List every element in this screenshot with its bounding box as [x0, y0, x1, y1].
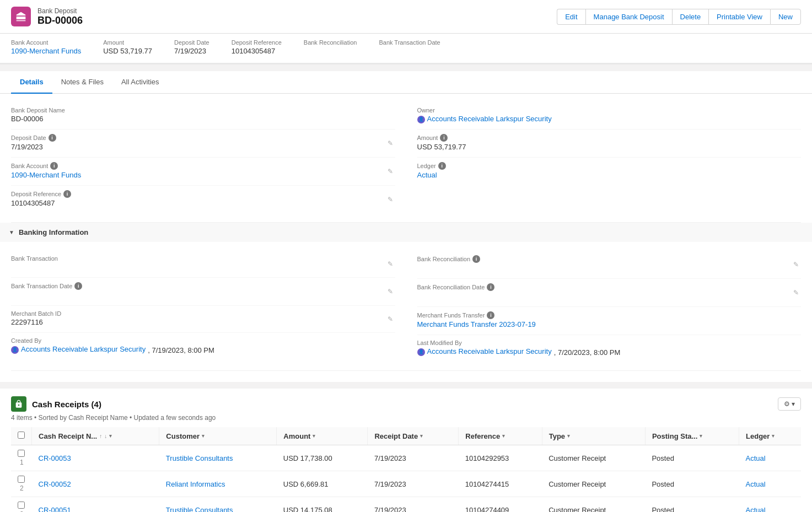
- deposit-date-edit-icon[interactable]: ✎: [388, 139, 393, 147]
- owner-value[interactable]: Accounts Receivable Larkspur Security: [427, 115, 552, 125]
- row-customer[interactable]: Trustible Consultants: [159, 497, 277, 513]
- col-header-cash-receipt-label: Cash Receipt N...: [39, 432, 97, 440]
- printable-view-button[interactable]: Printable View: [708, 9, 770, 25]
- deposit-date-label: Deposit Date i: [11, 134, 395, 142]
- row-reference: 10104274415: [459, 471, 542, 497]
- bank-reconciliation-edit-icon[interactable]: ✎: [793, 261, 799, 268]
- col-header-receipt-date-chevron[interactable]: ▾: [420, 433, 423, 439]
- row-checkbox[interactable]: [18, 450, 25, 457]
- bank-transaction-date-edit-icon[interactable]: ✎: [388, 288, 393, 295]
- record-id: BD-00006: [37, 15, 83, 26]
- col-header-cash-receipt[interactable]: Cash Receipt N... ↑ ↓ ▾: [32, 427, 159, 445]
- col-header-cash-receipt-sort-asc[interactable]: ↑: [99, 433, 102, 439]
- deposit-date-info-icon[interactable]: i: [49, 134, 56, 142]
- tab-all-activities[interactable]: All Activities: [112, 71, 168, 94]
- bank-reconciliation-value: [417, 264, 802, 274]
- receipts-title: Cash Receipts (4): [11, 396, 101, 412]
- deposit-reference-value: 10104305487: [232, 47, 282, 55]
- tab-notes-files[interactable]: Notes & Files: [52, 71, 112, 94]
- bank-reconciliation-date-edit-icon[interactable]: ✎: [793, 289, 799, 297]
- receipts-settings-button[interactable]: ⚙ ▾: [778, 397, 801, 411]
- bank-transaction-value: [11, 263, 395, 273]
- merchant-funds-transfer-info-icon[interactable]: i: [487, 311, 494, 319]
- row-ledger[interactable]: Actual: [739, 445, 801, 471]
- created-by-value[interactable]: Accounts Receivable Larkspur Security: [21, 345, 146, 355]
- ledger-value[interactable]: Actual: [417, 171, 802, 181]
- col-header-type-chevron[interactable]: ▾: [567, 433, 570, 439]
- row-checkbox[interactable]: [18, 502, 25, 509]
- col-header-amount[interactable]: Amount ▾: [277, 427, 368, 445]
- row-reference: 10104274409: [459, 497, 542, 513]
- col-header-ledger-chevron[interactable]: ▾: [772, 433, 775, 439]
- row-checkbox[interactable]: [18, 476, 25, 483]
- col-header-reference-chevron[interactable]: ▾: [502, 433, 505, 439]
- ledger-info-icon[interactable]: i: [438, 162, 446, 170]
- bank-transaction-date-info-icon[interactable]: i: [74, 282, 82, 290]
- field-amount: Amount i USD 53,719.77: [417, 130, 802, 158]
- field-bank-transaction-date: Bank Transaction Date i ✎: [11, 278, 395, 306]
- row-posting-status: Posted: [645, 445, 739, 471]
- col-header-reference[interactable]: Reference ▾: [459, 427, 542, 445]
- last-modified-by-avatar-icon: 👤: [417, 348, 425, 356]
- deposit-date-value: 7/19/2023: [11, 143, 395, 153]
- row-number: 2: [20, 484, 24, 492]
- merchant-funds-transfer-label: Merchant Funds Transfer i: [417, 311, 802, 319]
- merchant-batch-id-label: Merchant Batch ID: [11, 310, 395, 317]
- manage-bank-deposit-button[interactable]: Manage Bank Deposit: [585, 9, 672, 25]
- col-header-customer-chevron[interactable]: ▾: [202, 433, 205, 439]
- col-header-customer[interactable]: Customer ▾: [159, 427, 277, 445]
- row-ledger[interactable]: Actual: [739, 471, 801, 497]
- col-header-amount-chevron[interactable]: ▾: [313, 433, 315, 439]
- field-deposit-reference: Deposit Reference i 10104305487 ✎: [11, 186, 395, 213]
- bank-account-info-icon[interactable]: i: [50, 162, 58, 170]
- bank-reconciliation-info-icon[interactable]: i: [472, 255, 480, 263]
- row-customer[interactable]: Trustible Consultants: [159, 445, 277, 471]
- col-header-ledger[interactable]: Ledger ▾: [739, 427, 801, 445]
- bank-transaction-edit-icon[interactable]: ✎: [388, 260, 393, 268]
- merchant-batch-id-edit-icon[interactable]: ✎: [388, 315, 393, 323]
- col-header-receipt-date-label: Receipt Date: [374, 432, 418, 440]
- bank-account-edit-icon[interactable]: ✎: [388, 168, 393, 175]
- col-header-amount-label: Amount: [283, 432, 310, 440]
- col-header-type[interactable]: Type ▾: [542, 427, 645, 445]
- merchant-funds-transfer-value[interactable]: Merchant Funds Transfer 2023-07-19: [417, 320, 802, 330]
- bank-transaction-date-label: Bank Transaction Date i: [11, 282, 395, 290]
- bank-account-value[interactable]: 1090-Merchant Funds: [11, 47, 81, 55]
- delete-button[interactable]: Delete: [672, 9, 709, 25]
- details-left-col: Bank Deposit Name BD-00006 Deposit Date …: [11, 103, 395, 213]
- row-cash-receipt[interactable]: CR-00051: [32, 497, 159, 513]
- bank-reconciliation-label: Bank Reconciliation: [304, 39, 357, 46]
- col-header-cash-receipt-sort-desc[interactable]: ↓: [104, 433, 107, 439]
- deposit-reference-info-icon[interactable]: i: [63, 190, 71, 198]
- col-header-receipt-date[interactable]: Receipt Date ▾: [368, 427, 459, 445]
- bank-reconciliation-label: Bank Reconciliation i: [417, 255, 802, 263]
- summary-amount: Amount USD 53,719.77: [103, 39, 152, 55]
- select-all-checkbox[interactable]: [18, 432, 25, 439]
- deposit-reference-edit-icon[interactable]: ✎: [388, 196, 393, 203]
- row-ledger[interactable]: Actual: [739, 497, 801, 513]
- deposit-reference-label: Deposit Reference: [232, 39, 282, 46]
- col-header-cash-receipt-chevron[interactable]: ▾: [109, 433, 112, 439]
- deposit-date-value: 7/19/2023: [174, 47, 209, 55]
- ledger-label: Ledger i: [417, 162, 802, 170]
- bank-reconciliation-date-info-icon[interactable]: i: [487, 283, 494, 291]
- row-amount: USD 17,738.00: [277, 445, 368, 471]
- banking-section-header[interactable]: ▼ Banking Information: [0, 223, 812, 242]
- row-cash-receipt[interactable]: CR-00053: [32, 445, 159, 471]
- bank-account-value[interactable]: 1090-Merchant Funds: [11, 171, 395, 181]
- deposit-reference-label: Deposit Reference i: [11, 190, 395, 198]
- banking-section-title: Banking Information: [19, 228, 88, 236]
- new-button[interactable]: New: [770, 9, 801, 25]
- bank-deposit-name-value: BD-00006: [11, 115, 395, 125]
- amount-info-icon[interactable]: i: [440, 134, 448, 142]
- row-reference: 10104292953: [459, 445, 542, 471]
- last-modified-by-value[interactable]: Accounts Receivable Larkspur Security: [427, 347, 552, 357]
- bank-account-label: Bank Account: [11, 39, 81, 46]
- bank-transaction-date-label: Bank Transaction Date: [379, 39, 440, 46]
- col-header-posting-status-chevron[interactable]: ▾: [700, 433, 702, 439]
- row-customer[interactable]: Reliant Informatics: [159, 471, 277, 497]
- col-header-posting-status[interactable]: Posting Sta... ▾: [645, 427, 739, 445]
- tab-details[interactable]: Details: [11, 71, 52, 94]
- edit-button[interactable]: Edit: [557, 9, 585, 25]
- row-cash-receipt[interactable]: CR-00052: [32, 471, 159, 497]
